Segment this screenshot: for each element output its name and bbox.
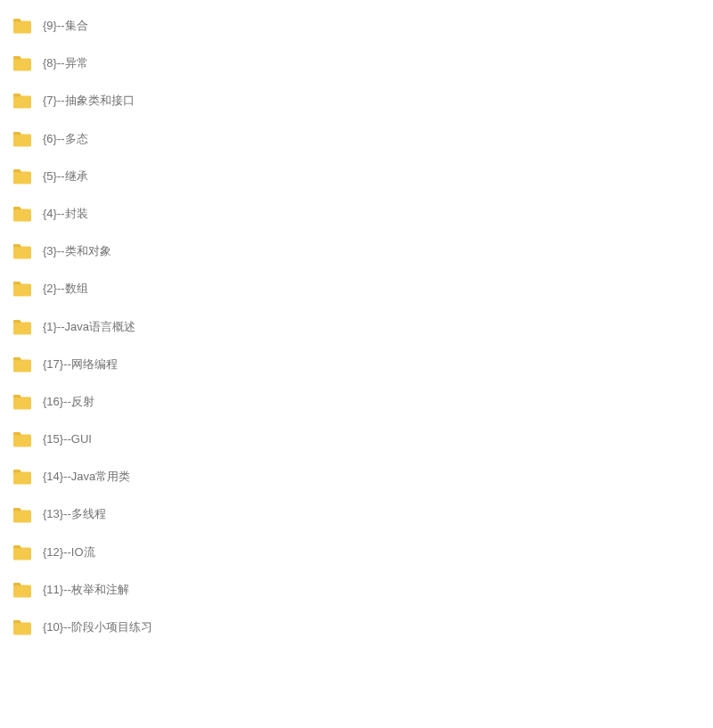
folder-item[interactable]: {15}--GUI — [0, 421, 713, 458]
folder-name: {6}--多态 — [43, 131, 88, 147]
folder-icon — [12, 582, 32, 598]
folder-name: {11}--枚举和注解 — [43, 582, 129, 598]
folder-icon — [12, 93, 32, 109]
folder-icon — [12, 131, 32, 147]
folder-item[interactable]: {10}--阶段小项目练习 — [0, 609, 713, 646]
folder-item[interactable]: {5}--继承 — [0, 158, 713, 195]
folder-name: {3}--类和对象 — [43, 243, 111, 259]
folder-icon — [12, 319, 32, 335]
folder-name: {10}--阶段小项目练习 — [43, 619, 152, 635]
folder-name: {2}--数组 — [43, 281, 88, 297]
folder-name: {16}--反射 — [43, 394, 94, 410]
folder-icon — [12, 544, 32, 560]
folder-item[interactable]: {14}--Java常用类 — [0, 458, 713, 495]
folder-name: {4}--封装 — [43, 206, 88, 222]
folder-icon — [12, 55, 32, 71]
folder-item[interactable]: {8}--异常 — [0, 45, 713, 82]
folder-icon — [12, 281, 32, 297]
folder-icon — [12, 206, 32, 222]
folder-icon — [12, 469, 32, 485]
folder-item[interactable]: {3}--类和对象 — [0, 233, 713, 270]
folder-item[interactable]: {11}--枚举和注解 — [0, 571, 713, 609]
folder-name: {15}--GUI — [43, 431, 92, 447]
folder-name: {8}--异常 — [43, 55, 88, 71]
folder-item[interactable]: {4}--封装 — [0, 195, 713, 233]
folder-icon — [12, 18, 32, 34]
folder-item[interactable]: {7}--抽象类和接口 — [0, 82, 713, 119]
folder-icon — [12, 507, 32, 523]
folder-name: {14}--Java常用类 — [43, 469, 130, 485]
folder-icon — [12, 619, 32, 635]
folder-name: {17}--网络编程 — [43, 356, 118, 372]
folder-item[interactable]: {1}--Java语言概述 — [0, 308, 713, 346]
folder-list: {9}--集合 {8}--异常 {7}--抽象类和接口 {6}--多态 {5}-… — [0, 7, 713, 646]
folder-item[interactable]: {6}--多态 — [0, 120, 713, 158]
folder-item[interactable]: {13}--多线程 — [0, 495, 713, 533]
folder-icon — [12, 394, 32, 410]
folder-item[interactable]: {12}--IO流 — [0, 534, 713, 571]
folder-item[interactable]: {16}--反射 — [0, 383, 713, 421]
folder-icon — [12, 243, 32, 259]
folder-name: {13}--多线程 — [43, 506, 106, 522]
folder-item[interactable]: {17}--网络编程 — [0, 346, 713, 383]
folder-name: {5}--继承 — [43, 168, 88, 184]
folder-name: {7}--抽象类和接口 — [43, 93, 135, 109]
folder-icon — [12, 431, 32, 447]
folder-item[interactable]: {9}--集合 — [0, 7, 713, 45]
folder-name: {1}--Java语言概述 — [43, 319, 135, 335]
folder-icon — [12, 168, 32, 184]
folder-name: {12}--IO流 — [43, 544, 95, 560]
folder-item[interactable]: {2}--数组 — [0, 270, 713, 307]
folder-name: {9}--集合 — [43, 18, 88, 34]
folder-icon — [12, 356, 32, 372]
